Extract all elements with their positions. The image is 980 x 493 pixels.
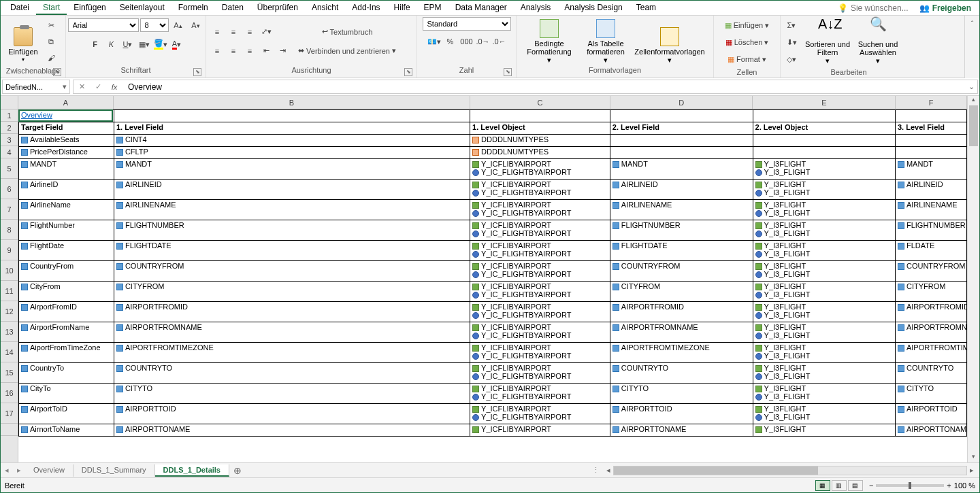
row-header[interactable]: 11 (1, 281, 18, 301)
cell[interactable]: CityFrom (19, 282, 114, 302)
cell[interactable]: AIRPORTFROMID (610, 302, 753, 322)
cell[interactable]: Y_ICFLIBYAIRPORTY_IC_FLIGHTBYAIRPORT (470, 261, 610, 282)
zoom-in-button[interactable]: + (947, 481, 951, 490)
cell[interactable]: Y_ICFLIBYAIRPORTY_IC_FLIGHTBYAIRPORT (470, 404, 610, 424)
cell[interactable]: Y_I3FLIGHTY_I3_FLIGHT (753, 363, 895, 384)
cell[interactable]: MANDT (114, 159, 470, 180)
cell[interactable]: FLIGHTDATE (114, 241, 470, 261)
cell[interactable]: AirnortToName (19, 424, 114, 437)
cell[interactable]: PricePerDistance (19, 147, 114, 159)
cell[interactable]: 3. Level Field (895, 122, 966, 135)
cell-styles-button[interactable]: Zellenformatvorlagen▾ (632, 18, 707, 65)
ribbon-tab-datei[interactable]: Datei (3, 1, 36, 15)
ribbon-tab-data manager[interactable]: Data Manager (448, 1, 514, 15)
fill-button[interactable]: ⬇▾ (784, 35, 799, 50)
row-header[interactable] (1, 424, 18, 436)
scroll-right-icon[interactable]: ▸ (967, 466, 977, 475)
ribbon-tab-hilfe[interactable]: Hilfe (387, 1, 417, 15)
autosum-button[interactable]: Σ▾ (784, 18, 799, 33)
scrollbar-thumb[interactable] (969, 105, 978, 146)
row-header[interactable]: 2 (1, 122, 18, 134)
cell[interactable]: AIRPORTFROMNAME (114, 322, 470, 343)
zoom-out-button[interactable]: − (869, 481, 873, 490)
decrease-indent-button[interactable]: ⇤ (259, 44, 274, 58)
cell[interactable]: Y_I3FLIGHT (753, 424, 895, 437)
cell[interactable]: CountryFrom (19, 261, 114, 282)
increase-font-button[interactable]: A▴ (171, 18, 186, 33)
orientation-button[interactable]: ⤢▾ (259, 24, 274, 39)
cell[interactable] (114, 110, 470, 122)
cell[interactable]: Y_I3FLIGHTY_I3_FLIGHT (753, 322, 895, 343)
cell[interactable]: AIRPORTTONAME (895, 424, 966, 437)
ribbon-tab-formeln[interactable]: Formeln (172, 1, 215, 15)
merge-center-button[interactable]: ⬌ Verbinden und zentrieren ▾ (295, 44, 399, 58)
name-box[interactable]: DefinedN...▾ (2, 80, 70, 94)
cell[interactable]: Y_I3FLIGHTY_I3_FLIGHT (753, 384, 895, 404)
cell[interactable]: DDDDLNUMTYPES (470, 135, 610, 147)
cell[interactable]: AIRPORTTOID (610, 404, 753, 424)
cell[interactable]: CITYTO (610, 384, 753, 404)
cell[interactable]: CITYFROM (114, 282, 470, 302)
cell[interactable]: FLIGHTNUMBER (114, 220, 470, 241)
row-header[interactable]: 1 (1, 109, 18, 122)
cell[interactable] (753, 110, 895, 122)
cell[interactable]: Y_ICFLIBYAIRPORTY_IC_FLIGHTBYAIRPORT (470, 220, 610, 241)
align-left-button[interactable]: ≡ (210, 44, 225, 58)
cell[interactable]: Y_ICFLIBYAIRPORTY_IC_FLIGHTBYAIRPORT (470, 282, 610, 302)
wrap-text-button[interactable]: ↩ Textumbruch (295, 24, 399, 39)
column-header[interactable]: D (610, 96, 753, 109)
cell[interactable]: Y_I3FLIGHTY_I3_FLIGHT (753, 282, 895, 302)
cell[interactable]: CITYTO (114, 384, 470, 404)
cell[interactable]: MANDT (610, 159, 753, 180)
cell[interactable]: Y_I3FLIGHTY_I3_FLIGHT (753, 261, 895, 282)
cell[interactable]: Y_ICFLIBYAIRPORTY_IC_FLIGHTBYAIRPORT (470, 384, 610, 404)
cell[interactable]: Overview (19, 110, 114, 122)
column-header[interactable]: E (753, 96, 896, 109)
row-header[interactable]: 7 (1, 199, 18, 220)
zoom-level[interactable]: 100 % (954, 481, 975, 490)
cell[interactable] (753, 147, 895, 159)
cell[interactable]: CountryTo (19, 363, 114, 384)
cell[interactable]: 1. Level Object (470, 122, 610, 135)
select-all-button[interactable] (1, 96, 18, 109)
cell[interactable] (895, 110, 966, 122)
column-header[interactable]: F (896, 96, 967, 109)
cell[interactable]: Y_ICFLIBYAIRPORT (470, 424, 610, 437)
sheet-tab[interactable]: DDLS_1_Details (155, 464, 229, 477)
cell[interactable]: Y_ICFLIBYAIRPORTY_IC_FLIGHTBYAIRPORT (470, 241, 610, 261)
cell[interactable]: MANDT (19, 159, 114, 180)
cell[interactable]: Y_ICFLIBYAIRPORTY_IC_FLIGHTBYAIRPORT (470, 343, 610, 363)
cell[interactable]: COUNTRYTO (114, 363, 470, 384)
vertical-scrollbar[interactable]: ▴ ▾ (967, 96, 979, 462)
add-sheet-button[interactable]: ⊕ (229, 465, 246, 476)
sheet-nav-prev[interactable]: ◂ (1, 466, 13, 475)
ribbon-tab-add-ins[interactable]: Add-Ins (345, 1, 387, 15)
cell[interactable]: CITYTO (895, 384, 966, 404)
delete-cells-button[interactable]: ▦ Löschen ▾ (723, 35, 772, 50)
accounting-button[interactable]: 💶▾ (427, 34, 442, 49)
ribbon-tab-daten[interactable]: Daten (215, 1, 250, 15)
accept-formula-button[interactable]: ✓ (90, 82, 106, 91)
horizontal-scrollbar[interactable] (613, 466, 967, 475)
fx-icon[interactable]: fx (106, 83, 122, 91)
cell[interactable]: AIPORTFROMTIMEZONE (895, 343, 966, 363)
cell[interactable]: FLIGHTNUMBER (610, 220, 753, 241)
scroll-up-icon[interactable]: ▴ (968, 96, 979, 105)
share-button[interactable]: 👥Freigeben (914, 3, 977, 13)
row-header[interactable]: 5 (1, 158, 18, 179)
insert-cells-button[interactable]: ▦ Einfügen ▾ (722, 18, 772, 33)
font-name-combo[interactable]: Arial (68, 18, 139, 32)
cell[interactable]: AIRLINENAME (895, 200, 966, 220)
column-header[interactable]: A (18, 96, 114, 109)
cell[interactable]: FlightNumber (19, 220, 114, 241)
cell[interactable]: AIRPORTFROMID (895, 302, 966, 322)
cell[interactable]: AirlineName (19, 200, 114, 220)
cell[interactable]: 1. Level Field (114, 122, 470, 135)
dialog-launcher-icon[interactable]: ⬊ (53, 68, 61, 76)
percent-button[interactable]: % (443, 34, 458, 49)
align-middle-button[interactable]: ≡ (226, 24, 241, 39)
cell[interactable]: Y_I3FLIGHTY_I3_FLIGHT (753, 159, 895, 180)
row-header[interactable]: 16 (1, 383, 18, 403)
cell[interactable]: AIRPORTFROMNAME (610, 322, 753, 343)
row-header[interactable]: 8 (1, 220, 18, 240)
